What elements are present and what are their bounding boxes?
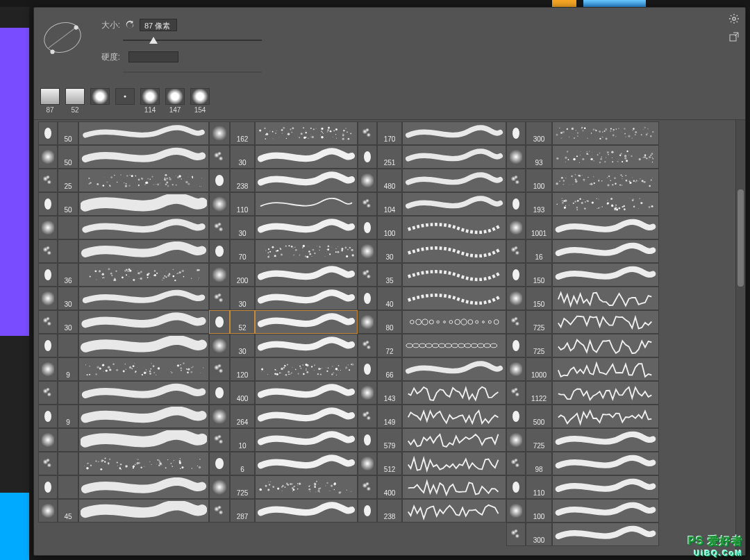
brush-tip-thumb[interactable] — [209, 357, 230, 381]
brush-stroke-preview[interactable] — [552, 428, 659, 452]
brush-tip-thumb[interactable] — [209, 287, 230, 310]
brush-stroke-preview[interactable] — [552, 121, 659, 145]
brush-tip-thumb[interactable] — [506, 452, 526, 475]
brush-tip-thumb[interactable] — [506, 405, 526, 428]
brush-tip-thumb[interactable] — [506, 475, 526, 499]
brush-stroke-preview[interactable] — [255, 169, 358, 192]
brush-stroke-preview[interactable] — [78, 192, 209, 216]
brush-tip-thumb[interactable] — [358, 357, 377, 381]
brush-stroke-preview[interactable] — [255, 310, 358, 334]
brush-tip-thumb[interactable] — [506, 523, 526, 546]
brush-stroke-preview[interactable] — [78, 499, 209, 523]
brush-stroke-preview[interactable] — [255, 192, 358, 216]
brush-tip-thumb[interactable] — [38, 499, 58, 523]
recent-brush[interactable]: 52 — [65, 88, 85, 114]
brush-stroke-preview[interactable] — [78, 216, 209, 239]
recent-brush[interactable]: 114 — [140, 88, 160, 114]
brush-stroke-preview[interactable] — [255, 357, 358, 381]
brush-tip-thumb[interactable] — [38, 169, 58, 192]
brush-tip-thumb[interactable] — [209, 452, 230, 475]
brush-tip-thumb[interactable] — [358, 334, 377, 357]
brush-tip-thumb[interactable] — [506, 357, 526, 381]
brush-tip-thumb[interactable] — [209, 216, 230, 239]
brush-tip-thumb[interactable] — [506, 121, 526, 145]
vertical-scrollbar[interactable] — [735, 120, 745, 555]
brush-stroke-preview[interactable] — [255, 145, 358, 169]
brush-stroke-preview[interactable] — [402, 475, 506, 499]
brush-stroke-preview[interactable] — [402, 239, 506, 263]
brush-tip-thumb[interactable] — [358, 192, 377, 216]
brush-tip-thumb[interactable] — [38, 405, 58, 428]
brush-tip-thumb[interactable] — [38, 452, 58, 475]
brush-tip-thumb[interactable] — [38, 192, 58, 216]
recent-brush[interactable]: 87 — [40, 88, 60, 114]
pop-out-icon[interactable] — [728, 31, 740, 42]
brush-tip-thumb[interactable] — [358, 381, 377, 405]
recent-brush[interactable] — [115, 88, 135, 114]
brush-stroke-preview[interactable] — [402, 263, 506, 287]
brush-stroke-preview[interactable] — [78, 310, 209, 334]
brush-stroke-preview[interactable] — [78, 145, 209, 169]
brush-stroke-preview[interactable] — [402, 334, 506, 357]
brush-tip-thumb[interactable] — [506, 239, 526, 263]
recent-brush[interactable]: 147 — [165, 88, 185, 114]
brush-stroke-preview[interactable] — [552, 334, 659, 357]
brush-stroke-preview[interactable] — [78, 405, 209, 428]
brush-stroke-preview[interactable] — [78, 381, 209, 405]
brush-tip-thumb[interactable] — [38, 263, 58, 287]
brush-tip-thumb[interactable] — [506, 310, 526, 334]
brush-tip-thumb[interactable] — [506, 381, 526, 405]
brush-tip-thumb[interactable] — [209, 239, 230, 263]
brush-tip-thumb[interactable] — [209, 334, 230, 357]
brush-tip-thumb[interactable] — [209, 192, 230, 216]
brush-tip-thumb[interactable] — [38, 334, 58, 357]
brush-stroke-preview[interactable] — [402, 428, 506, 452]
brush-tip-thumb[interactable] — [358, 475, 377, 499]
brush-tip-thumb[interactable] — [358, 428, 377, 452]
brush-tip-thumb[interactable] — [506, 216, 526, 239]
hardness-slider[interactable] — [123, 67, 262, 77]
brush-tip-thumb[interactable] — [506, 428, 526, 452]
brush-tip-thumb[interactable] — [209, 145, 230, 169]
brush-stroke-preview[interactable] — [402, 145, 506, 169]
brush-tip-thumb[interactable] — [209, 263, 230, 287]
brush-tip-thumb[interactable] — [38, 357, 58, 381]
brush-stroke-preview[interactable] — [402, 216, 506, 239]
brush-tip-thumb[interactable] — [358, 499, 377, 523]
brush-tip-thumb[interactable] — [209, 381, 230, 405]
brush-stroke-preview[interactable] — [78, 334, 209, 357]
brush-tip-thumb[interactable] — [358, 239, 377, 263]
brush-tip-thumb[interactable] — [38, 381, 58, 405]
brush-tip-thumb[interactable] — [358, 263, 377, 287]
brush-stroke-preview[interactable] — [552, 287, 659, 310]
brush-stroke-preview[interactable] — [78, 357, 209, 381]
brush-stroke-preview[interactable] — [552, 499, 659, 523]
brush-stroke-preview[interactable] — [255, 263, 358, 287]
brush-tip-thumb[interactable] — [358, 452, 377, 475]
brush-stroke-preview[interactable] — [552, 145, 659, 169]
brush-tip-thumb[interactable] — [38, 428, 58, 452]
brush-tip-thumb[interactable] — [506, 263, 526, 287]
brush-tip-thumb[interactable] — [209, 475, 230, 499]
size-input[interactable]: 87 像素 — [140, 19, 177, 31]
brush-stroke-preview[interactable] — [255, 121, 358, 145]
brush-tip-thumb[interactable] — [506, 287, 526, 310]
brush-stroke-preview[interactable] — [255, 475, 358, 499]
brush-tip-thumb[interactable] — [38, 239, 58, 263]
brush-tip-thumb[interactable] — [209, 121, 230, 145]
brush-tip-thumb[interactable] — [209, 169, 230, 192]
brush-stroke-preview[interactable] — [552, 523, 659, 546]
brush-stroke-preview[interactable] — [255, 405, 358, 428]
brush-stroke-preview[interactable] — [78, 121, 209, 145]
brush-stroke-preview[interactable] — [552, 405, 659, 428]
brush-stroke-preview[interactable] — [402, 357, 506, 381]
brush-stroke-preview[interactable] — [255, 428, 358, 452]
brush-stroke-preview[interactable] — [78, 452, 209, 475]
brush-stroke-preview[interactable] — [552, 192, 659, 216]
brush-stroke-preview[interactable] — [552, 239, 659, 263]
brush-stroke-preview[interactable] — [255, 239, 358, 263]
brush-tip-thumb[interactable] — [209, 499, 230, 523]
brush-stroke-preview[interactable] — [552, 169, 659, 192]
brush-stroke-preview[interactable] — [255, 216, 358, 239]
size-slider[interactable] — [123, 35, 262, 45]
